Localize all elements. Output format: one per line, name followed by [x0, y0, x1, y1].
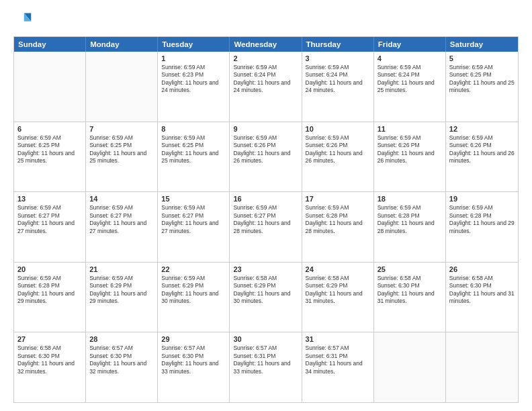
cal-header-saturday: Saturday — [446, 37, 518, 52]
day-number: 10 — [306, 125, 370, 133]
cal-cell: 14Sunrise: 6:59 AMSunset: 6:27 PMDayligh… — [86, 192, 158, 262]
cal-header-tuesday: Tuesday — [158, 37, 230, 52]
cell-info: Sunrise: 6:59 AMSunset: 6:25 PMDaylight:… — [449, 64, 515, 95]
cell-info: Sunrise: 6:59 AMSunset: 6:27 PMDaylight:… — [89, 204, 154, 235]
cell-info: Sunrise: 6:59 AMSunset: 6:29 PMDaylight:… — [161, 275, 226, 306]
day-number: 8 — [161, 125, 226, 133]
day-number: 24 — [306, 265, 370, 273]
cal-cell: 5Sunrise: 6:59 AMSunset: 6:25 PMDaylight… — [446, 52, 518, 122]
day-number: 15 — [161, 195, 226, 203]
day-number: 3 — [306, 54, 370, 62]
cal-week-3: 13Sunrise: 6:59 AMSunset: 6:27 PMDayligh… — [14, 192, 518, 263]
cal-cell: 24Sunrise: 6:58 AMSunset: 6:29 PMDayligh… — [302, 263, 374, 332]
day-number: 16 — [233, 195, 298, 203]
cal-cell: 25Sunrise: 6:58 AMSunset: 6:30 PMDayligh… — [374, 263, 446, 332]
cell-info: Sunrise: 6:59 AMSunset: 6:25 PMDaylight:… — [161, 134, 226, 165]
day-number: 26 — [449, 265, 515, 273]
cal-cell: 10Sunrise: 6:59 AMSunset: 6:26 PMDayligh… — [302, 122, 374, 192]
cell-info: Sunrise: 6:59 AMSunset: 6:25 PMDaylight:… — [89, 134, 154, 165]
day-number: 12 — [449, 125, 515, 133]
calendar-body: 1Sunrise: 6:59 AMSunset: 6:23 PMDaylight… — [14, 52, 518, 402]
day-number: 4 — [378, 54, 442, 62]
cell-info: Sunrise: 6:59 AMSunset: 6:28 PMDaylight:… — [306, 204, 370, 235]
cal-cell: 7Sunrise: 6:59 AMSunset: 6:25 PMDaylight… — [86, 122, 158, 192]
cell-info: Sunrise: 6:57 AMSunset: 6:31 PMDaylight:… — [233, 345, 298, 375]
cal-cell: 11Sunrise: 6:59 AMSunset: 6:26 PMDayligh… — [374, 122, 446, 192]
day-number: 27 — [17, 335, 82, 343]
cal-week-4: 20Sunrise: 6:59 AMSunset: 6:28 PMDayligh… — [14, 263, 518, 333]
cell-info: Sunrise: 6:59 AMSunset: 6:28 PMDaylight:… — [17, 275, 82, 306]
cal-cell — [14, 52, 86, 122]
day-number: 2 — [233, 54, 298, 62]
cal-cell: 18Sunrise: 6:59 AMSunset: 6:28 PMDayligh… — [374, 192, 446, 262]
cal-cell: 4Sunrise: 6:59 AMSunset: 6:24 PMDaylight… — [374, 52, 446, 122]
cell-info: Sunrise: 6:58 AMSunset: 6:29 PMDaylight:… — [233, 275, 298, 306]
cal-cell: 1Sunrise: 6:59 AMSunset: 6:23 PMDaylight… — [158, 52, 230, 122]
day-number: 17 — [306, 195, 370, 203]
cell-info: Sunrise: 6:57 AMSunset: 6:30 PMDaylight:… — [161, 345, 226, 375]
cal-cell: 23Sunrise: 6:58 AMSunset: 6:29 PMDayligh… — [230, 263, 302, 332]
cal-cell: 20Sunrise: 6:59 AMSunset: 6:28 PMDayligh… — [14, 263, 86, 332]
cal-cell: 26Sunrise: 6:58 AMSunset: 6:30 PMDayligh… — [446, 263, 518, 332]
cell-info: Sunrise: 6:59 AMSunset: 6:27 PMDaylight:… — [161, 204, 226, 235]
cal-cell: 12Sunrise: 6:59 AMSunset: 6:26 PMDayligh… — [446, 122, 518, 192]
cell-info: Sunrise: 6:59 AMSunset: 6:25 PMDaylight:… — [17, 134, 82, 165]
logo-icon — [13, 11, 32, 30]
cal-cell: 6Sunrise: 6:59 AMSunset: 6:25 PMDaylight… — [14, 122, 86, 192]
day-number: 6 — [17, 125, 82, 133]
cell-info: Sunrise: 6:59 AMSunset: 6:24 PMDaylight:… — [378, 64, 442, 95]
logo — [13, 11, 35, 30]
cell-info: Sunrise: 6:59 AMSunset: 6:28 PMDaylight:… — [449, 204, 515, 235]
day-number: 18 — [378, 195, 442, 203]
day-number: 14 — [89, 195, 154, 203]
calendar-header: SundayMondayTuesdayWednesdayThursdayFrid… — [14, 37, 518, 52]
cal-cell: 17Sunrise: 6:59 AMSunset: 6:28 PMDayligh… — [302, 192, 374, 262]
cell-info: Sunrise: 6:59 AMSunset: 6:26 PMDaylight:… — [306, 134, 370, 165]
day-number: 7 — [89, 125, 154, 133]
cal-cell: 30Sunrise: 6:57 AMSunset: 6:31 PMDayligh… — [230, 332, 302, 402]
header — [13, 11, 519, 30]
cell-info: Sunrise: 6:58 AMSunset: 6:30 PMDaylight:… — [17, 345, 82, 375]
cal-cell: 22Sunrise: 6:59 AMSunset: 6:29 PMDayligh… — [158, 263, 230, 332]
cal-header-friday: Friday — [374, 37, 446, 52]
day-number: 5 — [449, 54, 515, 62]
cal-header-wednesday: Wednesday — [230, 37, 302, 52]
cal-cell — [374, 332, 446, 402]
cal-cell: 19Sunrise: 6:59 AMSunset: 6:28 PMDayligh… — [446, 192, 518, 262]
cell-info: Sunrise: 6:58 AMSunset: 6:30 PMDaylight:… — [449, 275, 515, 306]
cell-info: Sunrise: 6:59 AMSunset: 6:28 PMDaylight:… — [378, 204, 442, 235]
cell-info: Sunrise: 6:59 AMSunset: 6:26 PMDaylight:… — [233, 134, 298, 165]
day-number: 9 — [233, 125, 298, 133]
cal-cell — [446, 332, 518, 402]
page: SundayMondayTuesdayWednesdayThursdayFrid… — [0, 0, 532, 411]
cal-cell: 31Sunrise: 6:57 AMSunset: 6:31 PMDayligh… — [302, 332, 374, 402]
cal-cell: 27Sunrise: 6:58 AMSunset: 6:30 PMDayligh… — [14, 332, 86, 402]
cal-cell: 8Sunrise: 6:59 AMSunset: 6:25 PMDaylight… — [158, 122, 230, 192]
cal-cell: 9Sunrise: 6:59 AMSunset: 6:26 PMDaylight… — [230, 122, 302, 192]
cal-cell: 21Sunrise: 6:59 AMSunset: 6:29 PMDayligh… — [86, 263, 158, 332]
cell-info: Sunrise: 6:59 AMSunset: 6:26 PMDaylight:… — [378, 134, 442, 165]
cal-header-thursday: Thursday — [302, 37, 374, 52]
day-number: 29 — [161, 335, 226, 343]
day-number: 22 — [161, 265, 226, 273]
day-number: 28 — [89, 335, 154, 343]
cal-week-5: 27Sunrise: 6:58 AMSunset: 6:30 PMDayligh… — [14, 332, 518, 402]
cell-info: Sunrise: 6:59 AMSunset: 6:27 PMDaylight:… — [17, 204, 82, 235]
day-number: 31 — [306, 335, 370, 343]
cell-info: Sunrise: 6:59 AMSunset: 6:23 PMDaylight:… — [161, 64, 226, 95]
cell-info: Sunrise: 6:59 AMSunset: 6:26 PMDaylight:… — [449, 134, 515, 165]
day-number: 1 — [161, 54, 226, 62]
cell-info: Sunrise: 6:59 AMSunset: 6:24 PMDaylight:… — [306, 64, 370, 95]
cal-cell — [86, 52, 158, 122]
cell-info: Sunrise: 6:57 AMSunset: 6:31 PMDaylight:… — [306, 345, 370, 375]
day-number: 19 — [449, 195, 515, 203]
cal-cell: 29Sunrise: 6:57 AMSunset: 6:30 PMDayligh… — [158, 332, 230, 402]
cal-cell: 16Sunrise: 6:59 AMSunset: 6:27 PMDayligh… — [230, 192, 302, 262]
day-number: 23 — [233, 265, 298, 273]
day-number: 25 — [378, 265, 442, 273]
cal-cell: 2Sunrise: 6:59 AMSunset: 6:24 PMDaylight… — [230, 52, 302, 122]
day-number: 11 — [378, 125, 442, 133]
day-number: 30 — [233, 335, 298, 343]
cell-info: Sunrise: 6:58 AMSunset: 6:30 PMDaylight:… — [378, 275, 442, 306]
cal-week-2: 6Sunrise: 6:59 AMSunset: 6:25 PMDaylight… — [14, 122, 518, 193]
